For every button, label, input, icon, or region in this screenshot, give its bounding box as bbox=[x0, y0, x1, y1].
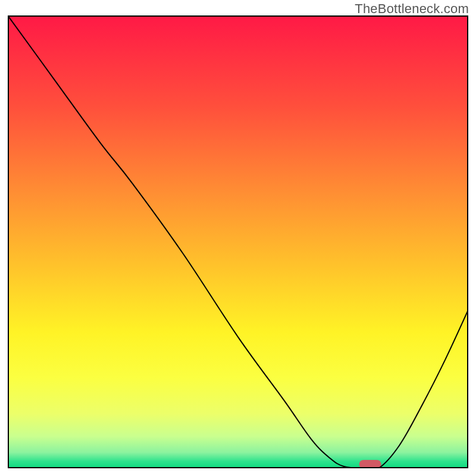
chart-frame bbox=[8, 15, 468, 468]
watermark-text: TheBottleneck.com bbox=[355, 1, 469, 17]
bottleneck-chart-canvas bbox=[8, 15, 468, 468]
